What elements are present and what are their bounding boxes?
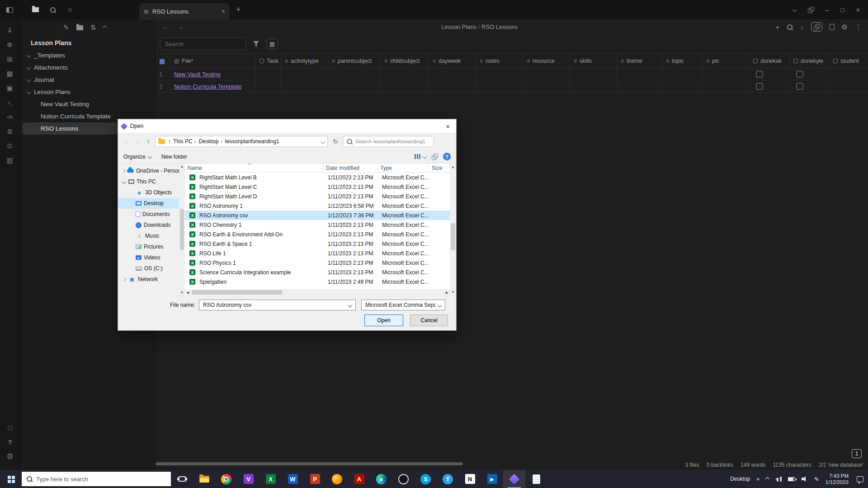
explorer-file-new-vault-testing[interactable]: New Vault Testing [23,98,151,110]
checkbox[interactable] [796,83,803,90]
scroll-up-icon[interactable]: ▲ [451,165,455,169]
chevron-down-icon[interactable] [438,303,442,307]
address-bar[interactable]: This PCDesktoplessonplanforwarding1 [155,136,328,147]
cell-theme[interactable] [617,68,662,80]
taskbar-app-icon[interactable]: A [348,470,370,488]
cancel-button[interactable]: Cancel [410,314,448,326]
dialog-close-icon[interactable]: × [443,122,453,130]
taskbar-app-icon[interactable]: e [370,470,392,488]
file-row[interactable]: Science Curricula Integration example 1/… [185,267,450,277]
change-view-button[interactable] [415,154,426,159]
file-type-combobox[interactable]: Microsoft Excel Comma Separa [361,300,445,310]
file-list-vertical-scrollbar[interactable]: ▲ ▼ [450,164,456,296]
ribbon-icon[interactable] [5,451,15,462]
nav-item[interactable]: Pictures [118,241,179,252]
taskbar-clock[interactable]: 7:43 PM 1/12/2023 [826,473,849,485]
dialog-search-input[interactable] [355,139,430,144]
preview-pane-icon[interactable] [432,154,438,160]
toolbar-expand-icon[interactable]: » [756,476,760,482]
cell-notes[interactable] [476,80,523,92]
file-name-combobox[interactable]: RSO Astronomy csv [199,300,356,310]
scroll-down-icon[interactable]: ▼ [180,291,184,295]
column-name[interactable]: Name [185,164,323,172]
chevron-down-icon[interactable] [321,139,326,144]
column-header[interactable]: plc [703,54,750,68]
nav-item[interactable]: This PC [118,176,179,187]
column-header[interactable]: notes [476,54,523,68]
bookmarks-pane-tab[interactable]: ☆ [67,6,73,14]
cell-childsubject[interactable] [381,68,429,80]
nav-item[interactable]: 3D Objects [118,187,179,198]
column-header[interactable]: donekali [750,54,790,68]
scrollbar-thumb[interactable] [180,209,184,250]
start-button[interactable] [0,470,22,488]
taskbar-app-icon[interactable] [215,470,237,488]
cell-topic[interactable] [662,68,703,80]
file-row[interactable]: RightStart Math Level D 1/11/2023 2:13 P… [185,192,450,201]
taskbar-app-icon[interactable] [392,470,415,488]
taskbar-app-icon[interactable]: S [415,470,437,488]
nav-item[interactable]: OS (C:) [118,263,179,274]
file-list-horizontal-scrollbar[interactable]: ◀ ▶ [185,289,450,296]
scrollbar-thumb[interactable] [451,223,455,250]
ribbon-icon[interactable] [5,68,15,79]
ribbon-icon[interactable] [5,126,15,137]
taskbar-app-icon[interactable]: P [304,470,326,488]
file-row[interactable]: Spielgaben 1/11/2023 2:49 PM Microsoft E… [185,277,450,286]
close-button[interactable]: × [856,6,860,14]
volume-icon[interactable] [802,476,808,482]
minimize-button[interactable]: – [826,6,829,14]
up-icon[interactable]: ↑ [144,138,152,145]
add-icon[interactable]: + [775,23,779,31]
cell-activitytype[interactable] [281,80,328,92]
sort-icon[interactable]: ⇅ [90,23,96,32]
help-icon[interactable]: ? [443,153,451,160]
more-options-icon[interactable]: ⋮ [855,23,862,31]
document-icon[interactable] [830,24,835,30]
horizontal-scrollbar[interactable] [156,462,463,465]
cell-activitytype[interactable] [281,68,328,80]
cell-dayweek[interactable] [429,80,476,92]
sidebar-scrollbar[interactable]: ▲ ▼ [179,164,185,296]
column-header[interactable]: topic [662,54,703,68]
nav-item[interactable]: Downloads [118,220,179,230]
split-panes-icon[interactable] [808,7,814,13]
network-icon[interactable] [775,477,782,482]
cell-student[interactable] [830,68,868,80]
scroll-left-icon[interactable]: ◀ [186,291,189,295]
sidebar-toggle-icon[interactable] [6,7,13,13]
cell-plc[interactable] [703,80,750,92]
new-tab-button[interactable]: + [236,5,241,14]
cell-theme[interactable] [617,80,662,92]
taskbar-app-icon[interactable] [193,470,215,488]
column-header[interactable]: skills [570,54,617,68]
taskbar-app-icon[interactable] [525,470,547,488]
checkbox[interactable] [796,70,803,78]
address-crumb[interactable]: lessonplanforwarding1 [220,138,280,145]
file-row[interactable]: RSO Astronomy 1 1/12/2023 6:58 PM Micros… [185,201,450,211]
nav-item[interactable]: Documents [118,209,179,220]
database-search-input[interactable] [160,38,246,50]
explorer-folder-attachments[interactable]: Attachments [23,61,151,74]
cell-student[interactable] [830,80,868,92]
tab-close-icon[interactable]: × [222,8,225,15]
cell-task[interactable] [256,68,281,80]
breadcrumb-parent[interactable]: Lesson Plans [441,23,476,30]
file-row[interactable]: RSO Life 1 1/11/2023 2:13 PM Microsoft E… [185,249,450,258]
cell-task[interactable] [256,80,281,92]
new-folder-icon[interactable] [76,25,83,30]
column-header[interactable]: dayweek [429,54,476,68]
nav-item[interactable]: Desktop [118,198,179,209]
tab-rso-lessons[interactable]: ≣ RSO Lessons × [139,3,230,19]
nav-item[interactable]: Music [118,230,179,241]
cell-plc[interactable] [703,68,750,80]
cell-skills[interactable] [570,68,617,80]
ribbon-icon[interactable] [5,422,15,433]
files-pane-tab[interactable] [32,6,39,14]
import-icon[interactable]: ↓ [800,23,804,31]
column-header[interactable]: student [830,54,868,68]
desktop-toolbar-label[interactable]: Desktop [730,476,750,482]
new-note-icon[interactable]: ✎ [63,23,69,32]
chevron-icon[interactable] [122,169,125,173]
back-icon[interactable]: ← [162,23,169,31]
